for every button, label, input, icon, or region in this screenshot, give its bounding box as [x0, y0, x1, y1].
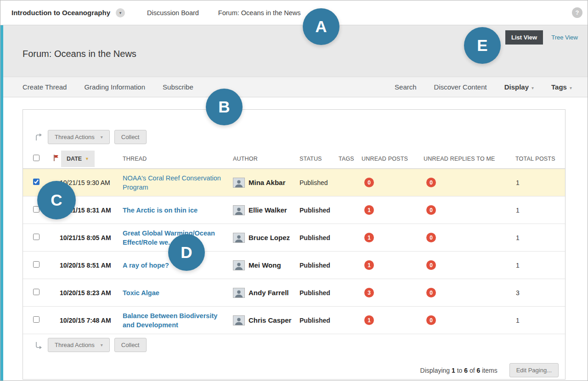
- tags-header: TAGS: [335, 156, 358, 162]
- thread-link[interactable]: NOAA's Coral Reef Conservation Program: [123, 174, 230, 192]
- status-badge: Published: [296, 179, 335, 186]
- avatar: [233, 315, 245, 325]
- list-view-button[interactable]: List View: [505, 30, 543, 45]
- total-posts: 1: [512, 179, 565, 186]
- unread-replies-badge[interactable]: 0: [426, 233, 436, 242]
- flag-icon: [53, 154, 59, 163]
- collect-button[interactable]: Collect: [114, 338, 147, 352]
- chevron-down-icon: ▾: [101, 134, 103, 140]
- unread-posts-badge[interactable]: 1: [364, 315, 374, 325]
- discover-content-button[interactable]: Discover Content: [434, 83, 487, 91]
- unread-replies-badge[interactable]: 0: [426, 260, 436, 270]
- list-toolbar-bottom: Thread Actions▾ Collect: [34, 338, 565, 352]
- thread-actions-label: Thread Actions: [55, 342, 95, 348]
- author-name: Mina Akbar: [249, 179, 285, 186]
- display-menu[interactable]: Display▾: [504, 83, 534, 91]
- status-header: STATUS: [296, 156, 335, 162]
- unread-replies-badge[interactable]: 0: [426, 315, 436, 325]
- unread-replies-badge[interactable]: 0: [426, 288, 436, 297]
- paging-total: 6: [477, 367, 481, 374]
- thread-actions-button[interactable]: Thread Actions▾: [48, 130, 110, 144]
- course-accent-stripe: [0, 25, 3, 381]
- paging-range-start: 1: [452, 367, 455, 374]
- edit-paging-button[interactable]: Edit Paging...: [509, 363, 559, 377]
- unread-posts-header: UNREAD POSTS: [358, 156, 420, 162]
- sort-descending-icon: ▼: [85, 157, 89, 161]
- callout-e: E: [464, 27, 501, 64]
- thread-header: THREAD: [119, 156, 230, 162]
- list-footer: Displaying 1 to 6 of 6 items Edit Paging…: [23, 363, 565, 377]
- table-row: 10/20/15 8:23 AM Toxic Algae Andy Farrel…: [23, 279, 565, 307]
- chevron-down-icon: ▾: [101, 342, 103, 347]
- paging-range-end: 6: [464, 367, 468, 374]
- breadcrumb-forum[interactable]: Forum: Oceans in the News: [218, 9, 301, 17]
- thread-link[interactable]: The Arctic is on thin ice: [123, 206, 203, 215]
- help-icon[interactable]: ?: [572, 7, 582, 18]
- total-posts: 1: [512, 262, 565, 269]
- status-badge: Published: [296, 262, 335, 269]
- thread-link[interactable]: Balance Between Biodiversity and Develop…: [123, 311, 230, 330]
- total-posts: 3: [512, 289, 565, 297]
- apply-to-selected-arrow-icon: [34, 133, 43, 142]
- table-row: 10/20/15 8:51 AM A ray of hope? Mei Wong…: [23, 252, 565, 279]
- subscribe-button[interactable]: Subscribe: [163, 83, 193, 91]
- row-checkbox[interactable]: [33, 179, 40, 185]
- thread-link[interactable]: Toxic Algae: [123, 288, 165, 297]
- avatar: [233, 178, 245, 188]
- date-sort-header[interactable]: DATE▼: [61, 151, 95, 167]
- table-header-row: DATE▼ THREAD AUTHOR STATUS TAGS UNREAD P…: [23, 149, 565, 169]
- avatar: [233, 288, 245, 298]
- author-name: Ellie Walker: [249, 206, 287, 214]
- row-checkbox[interactable]: [33, 289, 40, 295]
- status-badge: Published: [296, 289, 335, 297]
- row-checkbox[interactable]: [33, 316, 40, 323]
- status-badge: Published: [296, 207, 335, 214]
- unread-posts-badge[interactable]: 1: [364, 260, 374, 270]
- tags-menu[interactable]: Tags▾: [551, 83, 572, 91]
- table-row: 10/21/15 9:30 AM NOAA's Coral Reef Conse…: [23, 169, 565, 196]
- topbar: Introduction to Oceanography ▾ Discussio…: [0, 0, 588, 25]
- callout-c: C: [37, 181, 76, 219]
- author-name: Bruce Lopez: [249, 234, 290, 241]
- action-bar: Create Thread Grading Information Subscr…: [0, 77, 588, 97]
- thread-date: 10/21/15 8:05 AM: [51, 234, 119, 241]
- row-checkbox[interactable]: [33, 234, 40, 240]
- tags-menu-label: Tags: [551, 83, 567, 91]
- thread-link[interactable]: A ray of hope?: [123, 261, 175, 270]
- thread-list-container: Thread Actions▾ Collect DATE▼ THREAD AUT…: [23, 109, 565, 380]
- apply-to-selected-arrow-icon: [34, 341, 43, 350]
- total-posts-header: TOTAL POSTS: [512, 156, 565, 162]
- avatar: [233, 233, 245, 243]
- callout-b: B: [206, 89, 243, 125]
- action-bar-right: Search Discover Content Display▾ Tags▾: [395, 83, 572, 91]
- table-row: 10/20/15 7:48 AM Balance Between Biodive…: [23, 307, 565, 334]
- unread-posts-badge[interactable]: 1: [364, 233, 374, 242]
- unread-posts-badge[interactable]: 1: [364, 205, 374, 215]
- author-name: Mei Wong: [249, 261, 281, 269]
- course-menu-chevron-icon[interactable]: ▾: [116, 8, 125, 17]
- status-badge: Published: [296, 234, 335, 241]
- row-checkbox[interactable]: [33, 261, 40, 268]
- thread-actions-label: Thread Actions: [55, 134, 95, 140]
- course-title: Introduction to Oceanography: [11, 9, 110, 17]
- author-name: Andy Farrell: [249, 289, 289, 297]
- unread-posts-badge[interactable]: 0: [364, 178, 374, 187]
- thread-actions-button[interactable]: Thread Actions▾: [48, 338, 110, 352]
- unread-posts-badge[interactable]: 3: [364, 288, 374, 297]
- action-bar-left: Create Thread Grading Information Subscr…: [23, 83, 193, 91]
- content-area: Thread Actions▾ Collect DATE▼ THREAD AUT…: [0, 97, 588, 381]
- page: Introduction to Oceanography ▾ Discussio…: [0, 0, 588, 381]
- thread-date: 10/20/15 8:51 AM: [51, 262, 119, 269]
- breadcrumb-discussion-board[interactable]: Discussion Board: [147, 9, 199, 17]
- create-thread-button[interactable]: Create Thread: [23, 83, 67, 91]
- select-all-checkbox[interactable]: [33, 155, 40, 161]
- search-button[interactable]: Search: [395, 83, 417, 91]
- collect-button[interactable]: Collect: [114, 130, 147, 144]
- chevron-down-icon: ▾: [531, 85, 534, 90]
- unread-replies-badge[interactable]: 0: [426, 205, 436, 215]
- grading-information-button[interactable]: Grading Information: [84, 83, 145, 91]
- tree-view-link[interactable]: Tree View: [551, 34, 578, 41]
- author-header: AUTHOR: [230, 156, 296, 162]
- unread-replies-header: UNREAD REPLIES TO ME: [420, 156, 512, 162]
- unread-replies-badge[interactable]: 0: [426, 178, 436, 187]
